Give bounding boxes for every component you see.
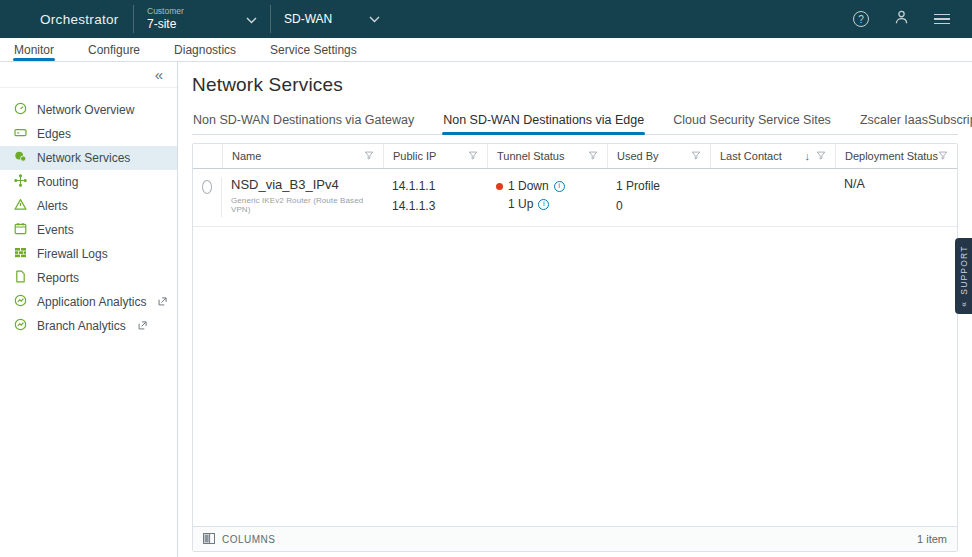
nsd-name: NSD_via_B3_IPv4: [231, 177, 374, 192]
row-select-radio[interactable]: [202, 180, 212, 194]
customer-value: 7-site: [147, 17, 184, 32]
sidebar-item-branch-analytics[interactable]: Branch Analytics: [0, 314, 177, 338]
primary-nav: Monitor Configure Diagnostics Service Se…: [0, 38, 972, 62]
application-analytics-icon: [14, 294, 27, 310]
item-count: 1 item: [917, 533, 947, 545]
sidebar-item-routing[interactable]: Routing: [0, 170, 177, 194]
alerts-icon: [14, 198, 27, 214]
menu-icon[interactable]: [934, 14, 950, 25]
filter-icon[interactable]: [364, 150, 374, 162]
tab-nsd-via-edge[interactable]: Non SD-WAN Destinations via Edge: [442, 108, 645, 134]
last-contact-cell: [710, 177, 835, 217]
sidebar-item-label: Edges: [37, 127, 71, 141]
sort-desc-icon[interactable]: ↓: [805, 150, 811, 162]
filter-icon[interactable]: [588, 150, 598, 162]
reports-icon: [14, 270, 27, 286]
sidebar-item-label: Events: [37, 223, 74, 237]
service-value: SD-WAN: [284, 12, 332, 26]
column-header-name[interactable]: Name: [222, 144, 383, 168]
sidebar-item-network-services[interactable]: Network Services: [0, 146, 177, 170]
used-by-cell: 1 Profile 0: [607, 177, 710, 217]
columns-button[interactable]: COLUMNS: [203, 533, 276, 546]
chevron-down-icon: [246, 10, 257, 28]
service-dropdown[interactable]: SD-WAN: [271, 12, 393, 26]
columns-icon: [203, 533, 215, 546]
product-title: Orchestrator: [40, 12, 133, 27]
sidebar-item-alerts[interactable]: Alerts: [0, 194, 177, 218]
sidebar-item-label: Network Services: [37, 151, 130, 165]
sidebar-item-edges[interactable]: Edges: [0, 122, 177, 146]
filter-icon[interactable]: [938, 150, 948, 162]
sidebar-item-label: Reports: [37, 271, 79, 285]
filter-icon[interactable]: [468, 150, 478, 162]
external-link-icon: [138, 319, 147, 333]
tunnel-down-label: 1 Down: [508, 177, 549, 195]
page-title: Network Services: [192, 74, 958, 96]
services-tabstrip: Non SD-WAN Destinations via Gateway Non …: [192, 108, 958, 135]
edges-icon: [14, 126, 27, 142]
tab-zscaler-iaas-subscription[interactable]: Zscaler IaasSubscription i: [859, 108, 972, 134]
table-footer: COLUMNS 1 item: [193, 526, 957, 551]
tab-nsd-via-gateway[interactable]: Non SD-WAN Destinations via Gateway: [192, 108, 415, 134]
app-header: Orchestrator Customer 7-site SD-WAN ?: [0, 0, 972, 38]
chevron-down-icon: [369, 12, 380, 26]
external-link-icon: [158, 295, 167, 309]
sidebar-item-label: Branch Analytics: [37, 319, 126, 333]
support-chevron-icon: «: [959, 301, 969, 307]
select-column-header: [193, 144, 222, 168]
nav-tab-configure[interactable]: Configure: [88, 38, 140, 61]
routing-icon: [14, 174, 27, 190]
sidebar-item-label: Alerts: [37, 199, 68, 213]
network-overview-icon: [14, 102, 27, 118]
services-table: Name Public IP Tunnel Status: [192, 143, 958, 552]
collapse-sidebar-icon[interactable]: «: [155, 67, 163, 82]
filter-icon[interactable]: [691, 150, 701, 162]
support-tab[interactable]: « SUPPORT: [955, 238, 972, 314]
column-header-public-ip[interactable]: Public IP: [383, 144, 487, 168]
public-ip-cell: 14.1.1.1 14.1.1.3: [383, 177, 487, 217]
sidebar-item-label: Application Analytics: [37, 295, 146, 309]
tab-cloud-security-service-sites[interactable]: Cloud Security Service Sites: [672, 108, 832, 134]
firewall-logs-icon: [14, 246, 27, 262]
sidebar-item-firewall-logs[interactable]: Firewall Logs: [0, 242, 177, 266]
tunnel-down-dot: [496, 183, 503, 190]
sidebar: « Network Overview Edges: [0, 62, 178, 557]
info-icon[interactable]: i: [538, 199, 549, 210]
user-icon[interactable]: [893, 9, 910, 30]
sidebar-item-label: Network Overview: [37, 103, 134, 117]
nav-tab-diagnostics[interactable]: Diagnostics: [174, 38, 236, 61]
sidebar-item-network-overview[interactable]: Network Overview: [0, 98, 177, 122]
sidebar-item-application-analytics[interactable]: Application Analytics: [0, 290, 177, 314]
customer-dropdown[interactable]: Customer 7-site: [134, 6, 270, 32]
nav-tab-monitor[interactable]: Monitor: [14, 38, 54, 61]
events-icon: [14, 222, 27, 238]
help-icon[interactable]: ?: [853, 11, 869, 27]
network-services-icon: [14, 150, 27, 166]
column-header-deployment-status[interactable]: Deployment Status: [835, 144, 957, 168]
nav-tab-service-settings[interactable]: Service Settings: [270, 38, 357, 61]
info-icon[interactable]: i: [554, 181, 565, 192]
column-header-last-contact[interactable]: Last Contact ↓: [710, 144, 835, 168]
sidebar-item-reports[interactable]: Reports: [0, 266, 177, 290]
branch-analytics-icon: [14, 318, 27, 334]
sidebar-item-label: Routing: [37, 175, 78, 189]
column-header-tunnel-status[interactable]: Tunnel Status: [487, 144, 607, 168]
deployment-status-cell: N/A: [835, 177, 957, 217]
tunnel-up-label: 1 Up: [508, 195, 533, 213]
sidebar-item-label: Firewall Logs: [37, 247, 108, 261]
table-row[interactable]: NSD_via_B3_IPv4 Generic IKEv2 Router (Ro…: [193, 169, 957, 227]
tunnel-status-cell: 1 Down i 1 Up i: [487, 177, 607, 217]
customer-label: Customer: [147, 6, 184, 17]
table-header-row: Name Public IP Tunnel Status: [193, 144, 957, 169]
nsd-type: Generic IKEv2 Router (Route Based VPN): [231, 196, 374, 214]
support-label: SUPPORT: [959, 245, 969, 294]
sidebar-item-events[interactable]: Events: [0, 218, 177, 242]
filter-icon[interactable]: [816, 150, 826, 162]
column-header-used-by[interactable]: Used By: [607, 144, 710, 168]
main-content: Network Services Non SD-WAN Destinations…: [178, 62, 972, 557]
